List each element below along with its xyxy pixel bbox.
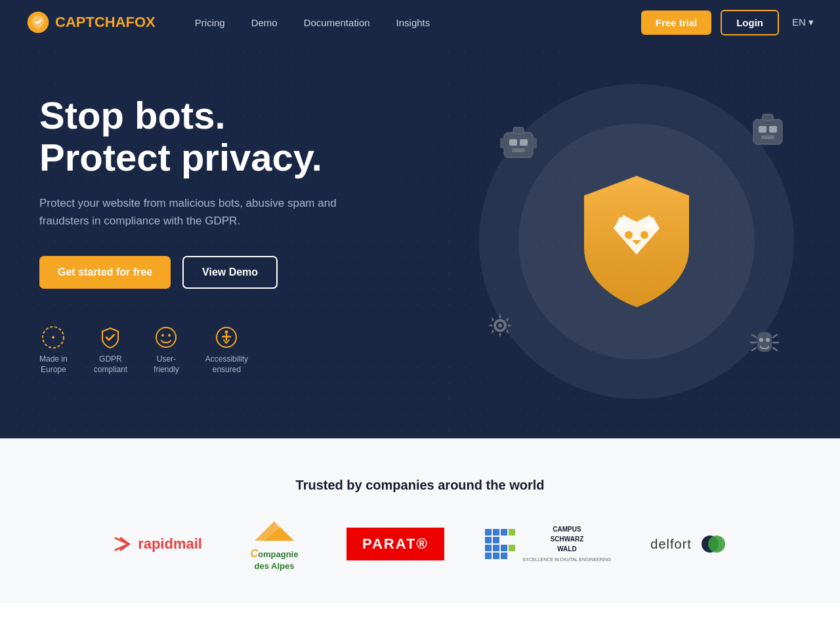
shield-fox-icon xyxy=(571,169,702,314)
free-trial-button[interactable]: Free trial xyxy=(641,10,711,35)
trusted-section: Trusted by companies around the world ra… xyxy=(0,438,840,603)
badge-gdpr: GDPRcompliant xyxy=(94,326,127,375)
svg-point-5 xyxy=(168,334,171,337)
rapidmail-arrow-icon xyxy=(114,537,133,551)
get-started-button[interactable]: Get started for free xyxy=(39,256,171,289)
parat-logo-display: PARAT® xyxy=(346,528,444,560)
gear-icon-bottomleft xyxy=(486,311,514,340)
user-friendly-icon xyxy=(154,326,178,349)
hero-badges: Made inEurope GDPRcompliant User-frien xyxy=(39,326,341,375)
svg-point-23 xyxy=(759,338,763,342)
logo-text: CAPTCHAFOX xyxy=(55,14,156,31)
svg-rect-33 xyxy=(485,545,492,551)
nav-pricing[interactable]: Pricing xyxy=(195,17,225,28)
svg-rect-31 xyxy=(485,537,492,543)
nav-insights[interactable]: Insights xyxy=(396,17,430,28)
accessibility-icon xyxy=(215,326,238,349)
svg-point-26 xyxy=(640,231,648,239)
badge-label-user-friendly: User-friendly xyxy=(154,354,179,375)
svg-rect-18 xyxy=(769,126,777,133)
svg-point-7 xyxy=(225,331,228,334)
logo-icon xyxy=(26,10,50,34)
logos-row: rapidmail Compagnie des Alpes PARAT® xyxy=(26,524,814,564)
svg-rect-11 xyxy=(520,139,528,146)
svg-point-2 xyxy=(52,336,54,339)
bug-icon-bottomright xyxy=(748,327,781,360)
hero-subtitle: Protect your website from malicious bots… xyxy=(39,194,341,230)
svg-rect-8 xyxy=(504,133,533,158)
hero-section: Stop bots. Protect privacy. Protect your… xyxy=(0,45,840,438)
svg-rect-14 xyxy=(532,138,537,148)
logo-parat: PARAT® xyxy=(346,524,444,564)
svg-rect-19 xyxy=(761,135,774,139)
hero-buttons: Get started for free View Demo xyxy=(39,256,341,289)
hero-circle-outer xyxy=(479,84,794,399)
login-button[interactable]: Login xyxy=(721,10,779,35)
svg-point-24 xyxy=(766,338,770,342)
compagnie-mountain-icon xyxy=(242,516,307,545)
nav-links: Pricing Demo Documentation Insights xyxy=(195,17,430,28)
svg-rect-10 xyxy=(509,139,517,146)
hero-title: Stop bots. Protect privacy. xyxy=(39,94,341,178)
badge-made-in-europe: Made inEurope xyxy=(39,326,68,375)
svg-rect-12 xyxy=(512,148,525,152)
svg-rect-15 xyxy=(753,119,782,144)
logo-campus: CAMPUSSCHWARZWALDEXCELLENCE IN DIGITAL E… xyxy=(484,524,612,564)
delfort-circle-icon xyxy=(697,534,726,554)
nav-documentation[interactable]: Documentation xyxy=(304,17,370,28)
svg-point-4 xyxy=(161,334,164,337)
navbar: CAPTCHAFOX Pricing Demo Documentation In… xyxy=(0,0,840,45)
bot-icon-topleft xyxy=(499,123,538,163)
svg-point-21 xyxy=(498,324,502,327)
svg-rect-39 xyxy=(501,553,507,559)
delfort-logo-display: delfort xyxy=(650,534,726,554)
svg-rect-37 xyxy=(485,553,492,559)
nav-demo[interactable]: Demo xyxy=(251,17,278,28)
svg-point-25 xyxy=(625,231,633,239)
svg-rect-36 xyxy=(509,545,515,551)
view-demo-button[interactable]: View Demo xyxy=(182,256,278,289)
logo-compagnie: Compagnie des Alpes xyxy=(242,524,307,564)
svg-point-3 xyxy=(156,327,176,347)
hero-circle-inner xyxy=(518,123,755,360)
badge-accessibility: Accessibilityensured xyxy=(205,326,248,375)
language-selector[interactable]: EN ▾ xyxy=(792,16,814,28)
rapidmail-logo-display: rapidmail xyxy=(114,536,202,553)
badge-label-gdpr: GDPRcompliant xyxy=(94,354,127,375)
logo[interactable]: CAPTCHAFOX xyxy=(26,10,156,34)
badge-user-friendly: User-friendly xyxy=(154,326,179,375)
svg-rect-13 xyxy=(500,138,505,148)
svg-rect-38 xyxy=(493,553,499,559)
svg-rect-17 xyxy=(759,126,766,133)
svg-rect-9 xyxy=(513,127,524,134)
svg-rect-28 xyxy=(493,529,499,536)
svg-rect-32 xyxy=(493,537,499,543)
svg-rect-34 xyxy=(493,545,499,551)
nav-actions: Free trial Login EN ▾ xyxy=(641,10,814,35)
trusted-title: Trusted by companies around the world xyxy=(26,478,814,493)
compagnie-logo-display: Compagnie des Alpes xyxy=(242,516,307,572)
gdpr-icon xyxy=(98,326,122,349)
logo-rapidmail: rapidmail xyxy=(114,524,202,564)
svg-point-41 xyxy=(708,536,725,553)
europe-icon xyxy=(41,326,65,349)
bot-icon-topright xyxy=(748,110,788,150)
hero-illustration xyxy=(433,45,840,438)
badge-label-accessibility: Accessibilityensured xyxy=(205,354,248,375)
campus-logo-display: CAMPUSSCHWARZWALDEXCELLENCE IN DIGITAL E… xyxy=(484,524,612,564)
delfort-wordmark: delfort xyxy=(650,537,692,552)
campus-grid-icon xyxy=(484,528,516,560)
svg-rect-27 xyxy=(485,529,492,536)
svg-rect-30 xyxy=(509,529,515,536)
svg-rect-35 xyxy=(501,545,507,551)
logo-delfort: delfort xyxy=(650,524,726,564)
svg-rect-16 xyxy=(763,114,773,121)
badge-label-europe: Made inEurope xyxy=(39,354,68,375)
svg-rect-29 xyxy=(501,529,507,536)
hero-content: Stop bots. Protect privacy. Protect your… xyxy=(39,94,341,375)
